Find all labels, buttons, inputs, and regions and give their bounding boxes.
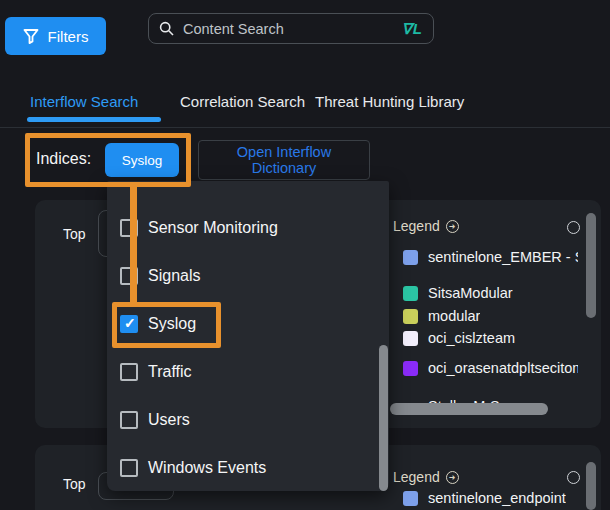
- checkbox[interactable]: [120, 459, 138, 477]
- dropdown-item-label: Syslog: [148, 315, 196, 333]
- legend-swatch: [403, 250, 418, 265]
- panel-horizontal-scrollbar[interactable]: [390, 403, 548, 415]
- tabs-divider: [0, 127, 610, 128]
- legend-label: SitsaModular: [428, 285, 513, 301]
- legend-vertical-scrollbar[interactable]: [586, 213, 596, 318]
- legend-radio-icon[interactable]: [567, 471, 580, 484]
- legend-item[interactable]: modular: [403, 308, 480, 324]
- dropdown-item-label: Sensor Monitoring: [148, 219, 278, 237]
- top-label: Top: [63, 226, 86, 242]
- legend-item[interactable]: sentinelone_endpoint: [403, 490, 566, 506]
- open-interflow-dictionary-button[interactable]: Open Interflow Dictionary: [198, 140, 370, 180]
- legend-swatch: [403, 286, 418, 301]
- search-icon: [159, 21, 174, 36]
- checkbox[interactable]: [120, 315, 138, 333]
- legend-header: Legend ➜: [393, 218, 459, 234]
- interflow-search-screen: Top Legend ➜ sentinelone_EMBER - S Sitsa…: [0, 0, 610, 510]
- dropdown-item-users[interactable]: Users: [120, 410, 190, 430]
- legend-label: sentinelone_endpoint: [428, 490, 566, 506]
- dropdown-item-syslog[interactable]: Syslog: [120, 314, 196, 334]
- legend-expand-icon[interactable]: ➜: [446, 471, 459, 484]
- legend-radio-icon[interactable]: [567, 221, 580, 234]
- indices-label: Indices:: [36, 150, 91, 168]
- legend-swatch: [403, 309, 418, 324]
- checkbox[interactable]: [120, 363, 138, 381]
- annotation-connector-line: [130, 184, 137, 302]
- dropdown-item-traffic[interactable]: Traffic: [120, 362, 192, 382]
- search-input[interactable]: [181, 20, 395, 38]
- dropdown-item-label: Signals: [148, 267, 200, 285]
- legend-label: oci_cislzteam: [428, 330, 515, 346]
- tab-interflow-search[interactable]: Interflow Search: [30, 93, 138, 110]
- active-tab-underline: [27, 117, 161, 122]
- checkbox[interactable]: [120, 411, 138, 429]
- dropdown-scrollbar[interactable]: [379, 345, 388, 491]
- filter-icon: [23, 28, 39, 44]
- dropdown-item-windows-events[interactable]: Windows Events: [120, 458, 266, 478]
- dropdown-item-label: Traffic: [148, 363, 192, 381]
- legend-item[interactable]: SitsaModular: [403, 285, 513, 301]
- legend-swatch: [403, 361, 418, 376]
- legend-expand-icon[interactable]: ➜: [446, 220, 459, 233]
- legend-item[interactable]: oci_orasenatdpltsecitom: [403, 360, 578, 376]
- selected-index-button[interactable]: Syslog: [105, 143, 179, 177]
- filters-label: Filters: [48, 28, 89, 45]
- legend-label: sentinelone_EMBER - S: [428, 249, 578, 265]
- content-search-box[interactable]: ∇L: [148, 13, 434, 44]
- legend-header: Legend ➜: [393, 469, 459, 485]
- tab-threat-hunting-library[interactable]: Threat Hunting Library: [315, 93, 464, 110]
- legend-swatch: [403, 491, 418, 506]
- dropdown-item-sensor-monitoring[interactable]: Sensor Monitoring: [120, 218, 278, 238]
- legend-label: oci_orasenatdpltsecitom: [428, 360, 578, 376]
- legend-title: Legend: [393, 469, 440, 485]
- indices-dropdown-menu: Sensor Monitoring Signals Syslog Traffic…: [107, 181, 389, 491]
- legend-vertical-scrollbar[interactable]: [586, 462, 596, 510]
- legend-item[interactable]: oci_cislzteam: [403, 330, 515, 346]
- legend-item[interactable]: sentinelone_EMBER - S: [403, 249, 578, 265]
- legend-title: Legend: [393, 218, 440, 234]
- filters-button[interactable]: Filters: [5, 17, 106, 55]
- tab-correlation-search[interactable]: Correlation Search: [180, 93, 305, 110]
- legend-label: modular: [428, 308, 480, 324]
- top-label: Top: [63, 476, 86, 492]
- dropdown-item-label: Users: [148, 411, 190, 429]
- lucene-query-icon[interactable]: ∇L: [402, 20, 423, 38]
- legend-swatch: [403, 331, 418, 346]
- dropdown-item-label: Windows Events: [148, 459, 266, 477]
